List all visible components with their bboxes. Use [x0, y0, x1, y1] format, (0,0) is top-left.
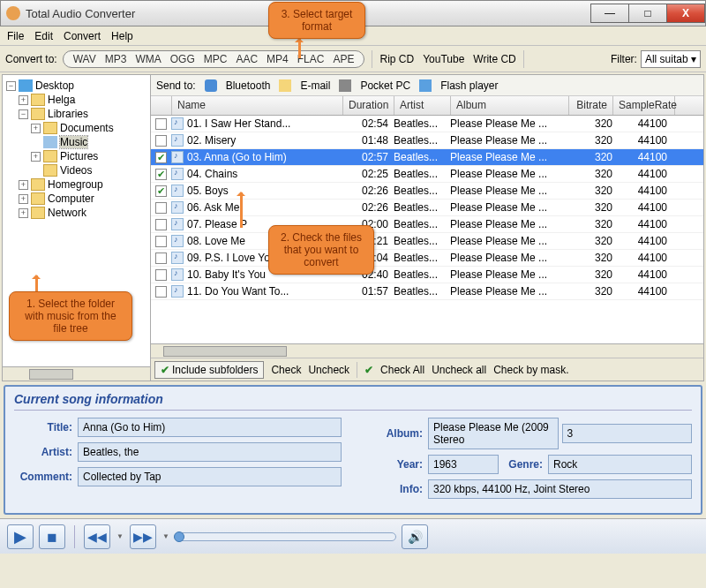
rewind-menu[interactable]: ▼ — [116, 532, 124, 540]
send-flash[interactable]: Flash player — [440, 79, 498, 92]
tree-item[interactable]: Music — [6, 135, 146, 149]
title-field[interactable]: Anna (Go to Him) — [78, 418, 342, 437]
check-button[interactable]: Check — [271, 364, 301, 376]
tree-scrollbar[interactable] — [3, 366, 150, 381]
send-email[interactable]: E-mail — [300, 79, 330, 92]
track-field[interactable]: 3 — [562, 424, 693, 443]
format-ogg[interactable]: OGG — [166, 53, 199, 65]
file-list[interactable]: 01. I Saw Her Stand...02:54Beatles...Ple… — [151, 116, 703, 343]
list-scrollbar[interactable] — [151, 343, 703, 358]
tree-item[interactable]: +Pictures — [6, 149, 146, 163]
col-duration[interactable]: Duration — [343, 96, 394, 115]
file-album: Please Please Me ... — [450, 168, 568, 180]
col-samplerate[interactable]: SampleRate — [613, 96, 675, 115]
folder-icon — [31, 94, 45, 106]
file-row[interactable]: 10. Baby It's You02:40Beatles...Please P… — [151, 267, 703, 283]
format-aac[interactable]: AAC — [231, 53, 262, 65]
format-mpc[interactable]: MPC — [199, 53, 232, 65]
send-pocketpc[interactable]: Pocket PC — [360, 79, 410, 92]
seek-slider[interactable] — [176, 532, 396, 541]
file-row[interactable]: 07. Please P02:00Beatles...Please Please… — [151, 216, 703, 233]
youtube-button[interactable]: YouTube — [423, 53, 464, 65]
seek-thumb[interactable] — [174, 531, 184, 542]
file-row[interactable]: 02. Misery01:48Beatles...Please Please M… — [151, 132, 703, 149]
expand-icon[interactable]: − — [6, 81, 16, 91]
tree-item[interactable]: +Documents — [6, 121, 146, 135]
file-checkbox[interactable] — [155, 135, 167, 147]
close-button[interactable]: X — [666, 4, 705, 23]
tree-item[interactable]: +Homegroup — [6, 177, 146, 192]
format-wav[interactable]: WAV — [69, 53, 101, 65]
menu-help[interactable]: Help — [111, 30, 133, 42]
file-row[interactable]: 01. I Saw Her Stand...02:54Beatles...Ple… — [151, 116, 703, 132]
expand-icon[interactable]: + — [19, 180, 28, 190]
file-checkbox[interactable] — [155, 236, 167, 247]
expand-icon[interactable]: + — [19, 208, 28, 218]
menu-edit[interactable]: Edit — [34, 30, 53, 42]
genre-field[interactable]: Rock — [548, 455, 692, 474]
rewind-button[interactable]: ◀◀ — [84, 524, 110, 549]
tree-item[interactable]: −Libraries — [6, 107, 146, 121]
file-checkbox[interactable] — [155, 202, 167, 214]
forward-menu[interactable]: ▼ — [161, 532, 170, 540]
file-checkbox[interactable] — [155, 185, 167, 197]
uncheck-button[interactable]: Uncheck — [308, 364, 349, 376]
file-row[interactable]: 09. P.S. I Love You02:04Beatles...Please… — [151, 250, 703, 267]
format-wma[interactable]: WMA — [131, 53, 165, 65]
callout-2: 2. Check the files that you want to conv… — [268, 225, 374, 275]
uncheck-all-button[interactable]: Uncheck all — [432, 364, 486, 376]
col-name[interactable]: Name — [172, 96, 343, 115]
file-row[interactable]: 11. Do You Want To...01:57Beatles...Plea… — [151, 283, 703, 300]
maximize-button[interactable]: □ — [628, 4, 667, 23]
file-checkbox[interactable] — [155, 169, 167, 180]
file-checkbox[interactable] — [155, 219, 167, 230]
tree-item[interactable]: +Helga — [6, 93, 146, 107]
send-bluetooth[interactable]: Bluetooth — [226, 79, 271, 92]
col-album[interactable]: Album — [451, 96, 569, 115]
file-checkbox[interactable] — [155, 253, 167, 264]
format-ape[interactable]: APE — [328, 53, 358, 65]
check-all-button[interactable]: Check All — [380, 364, 424, 376]
filter-select[interactable]: All suitab ▾ — [641, 50, 701, 68]
stop-button[interactable]: ◼ — [39, 524, 65, 549]
file-checkbox[interactable] — [155, 286, 167, 298]
expand-icon[interactable]: − — [19, 109, 28, 119]
forward-button[interactable]: ▶▶ — [130, 524, 156, 549]
artist-field[interactable]: Beatles, the — [78, 442, 342, 462]
year-field[interactable]: 1963 — [428, 455, 499, 474]
rip-cd-button[interactable]: Rip CD — [379, 53, 414, 65]
menu-file[interactable]: File — [7, 30, 24, 42]
volume-button[interactable]: 🔊 — [402, 524, 428, 549]
audio-file-icon — [171, 268, 184, 281]
format-mp4[interactable]: MP4 — [262, 53, 293, 65]
comment-field[interactable]: Collected by Tap — [78, 467, 342, 486]
tree-desktop[interactable]: Desktop — [35, 79, 74, 92]
file-checkbox[interactable] — [155, 269, 167, 281]
expand-icon[interactable]: + — [19, 194, 28, 204]
file-checkbox[interactable] — [155, 118, 167, 130]
file-row[interactable]: 08. Love Me02:21Beatles...Please Please … — [151, 233, 703, 250]
tree-item[interactable]: Videos — [6, 163, 146, 177]
file-row[interactable]: 03. Anna (Go to Him)02:57Beatles...Pleas… — [151, 149, 703, 166]
check-by-mask-button[interactable]: Check by mask. — [493, 364, 568, 376]
tree-item[interactable]: +Network — [6, 206, 146, 220]
file-row[interactable]: 05. Boys02:26Beatles...Please Please Me … — [151, 183, 703, 200]
file-checkbox[interactable] — [155, 152, 167, 163]
minimize-button[interactable]: ― — [590, 4, 629, 23]
col-artist[interactable]: Artist — [394, 96, 451, 115]
col-bitrate[interactable]: Bitrate — [569, 96, 613, 115]
expand-icon[interactable]: + — [19, 95, 28, 105]
format-mp3[interactable]: MP3 — [101, 53, 131, 65]
write-cd-button[interactable]: Write CD — [473, 53, 515, 65]
album-field[interactable]: Please Please Me (2009 Stereo — [428, 418, 559, 449]
tree-item[interactable]: +Computer — [6, 192, 146, 206]
expand-icon[interactable]: + — [31, 124, 41, 133]
file-row[interactable]: 06. Ask Me02:26Beatles...Please Please M… — [151, 200, 703, 216]
include-subfolders-toggle[interactable]: ✔Include subfolders — [154, 361, 264, 379]
expand-icon[interactable]: + — [31, 152, 41, 162]
file-duration: 01:57 — [342, 285, 394, 298]
file-row[interactable]: 04. Chains02:25Beatles...Please Please M… — [151, 166, 703, 183]
network-icon — [31, 207, 45, 219]
play-button[interactable]: ▶ — [7, 524, 34, 549]
menu-convert[interactable]: Convert — [64, 30, 101, 42]
